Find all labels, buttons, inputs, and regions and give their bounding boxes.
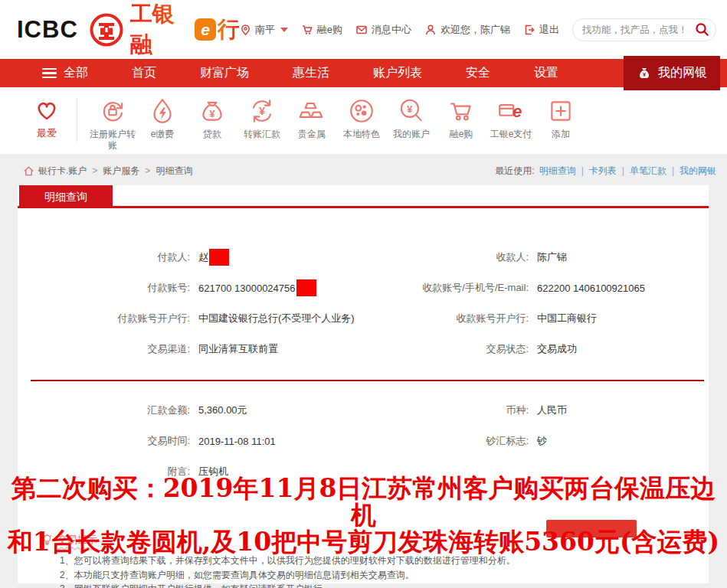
welcome-user[interactable]: 欢迎您，陈广锦 [424, 23, 510, 37]
nav-item-security[interactable]: 安全 [466, 65, 490, 81]
nav-item-settings[interactable]: 设置 [534, 65, 558, 81]
quick-item-add[interactable]: 添加 [536, 96, 585, 140]
field-label: 收款账号开户行: [370, 312, 529, 325]
nav-label: 设置 [534, 65, 558, 81]
gold-ingots-icon [297, 96, 326, 126]
loan-money-bag-icon: ¥ [198, 96, 227, 126]
icbc-logo: ICBC [17, 16, 78, 44]
payer-account: 621700 13000024756 [198, 279, 316, 296]
nav-item-all[interactable]: 全部 [42, 65, 88, 81]
nav-item-wealth[interactable]: 财富广场 [200, 65, 249, 81]
detail-row: 交易渠道:同业清算互联前置 交易状态:交易成功 [18, 334, 709, 364]
transaction-tips: 交易提示 1、您可以将查询结果下载，并保存到文本文件中，以供我行为您提供的理财软… [18, 533, 709, 588]
my-ebank-label: 我的网银 [658, 65, 707, 81]
location-pin-icon [240, 24, 251, 36]
heart-icon [33, 96, 61, 124]
brand-prefix: 工银融 [130, 0, 193, 60]
chevron-down-icon [280, 28, 288, 32]
nav-label: 惠生活 [293, 65, 329, 81]
nav-item-life[interactable]: 惠生活 [293, 65, 329, 81]
money-bag-icon: ¥ [637, 66, 652, 81]
quick-item-label: 贷款 [188, 129, 237, 140]
payer-bank: 中国建设银行总行(不受理个人业务) [198, 312, 355, 325]
tab-detail-query[interactable]: 明细查询 [19, 185, 113, 208]
quick-item-my-accounts[interactable]: ¥ 我的账户 [387, 96, 436, 140]
payee-name: 陈广锦 [537, 250, 567, 264]
recent-link-detail-query[interactable]: 明细查询 [539, 165, 576, 178]
svg-text:¥: ¥ [259, 106, 265, 117]
icbc-seal-icon [89, 12, 124, 47]
quick-item-loans[interactable]: ¥ 贷款 [188, 96, 237, 140]
logout-label: 退出 [539, 23, 559, 37]
quick-item-label: 融e购 [437, 129, 486, 140]
shopping-cart-icon [447, 96, 476, 126]
field-label: 付款人: [18, 250, 190, 264]
message-center-link[interactable]: 消息中心 [355, 23, 411, 37]
quick-item-e-mall[interactable]: 融e购 [437, 96, 486, 140]
svg-text:¥: ¥ [407, 104, 412, 115]
breadcrumb-item[interactable]: 账户服务 [90, 165, 139, 178]
field-label: 收款人: [370, 250, 529, 264]
location-selector[interactable]: 南平 [240, 23, 288, 37]
tip-item: 2、本功能只支持查询账户明细，如您需要查询具体交易的明细信息请到相关交易查询。 [60, 568, 709, 583]
obscured-red-button[interactable] [546, 520, 637, 537]
quick-item-label: 贵金属 [287, 129, 336, 140]
payer-name: 赵 [198, 249, 229, 266]
header-utilities: 南平 融e购 消息中心 欢迎您，陈广锦 退出 [240, 18, 716, 41]
add-plus-icon [546, 96, 575, 126]
e-bill-drop-icon [148, 96, 177, 126]
quick-item-transfer-remit[interactable]: ¥ 转账汇款 [237, 96, 287, 140]
quick-item-label: 转账汇款 [237, 129, 287, 140]
recent-link-card-list[interactable]: 卡列表 [576, 165, 617, 178]
search-input[interactable] [582, 24, 695, 35]
field-label: 付款账号开户行: [18, 312, 190, 325]
breadcrumb-item[interactable]: 银行卡.账户 [38, 165, 87, 178]
nav-item-accounts[interactable]: 账户列表 [373, 65, 422, 81]
detail-row: 交易时间:2019-11-08 11:01 钞汇标志:钞 [18, 426, 709, 456]
welcome-label: 欢迎您，陈广锦 [440, 23, 510, 37]
svg-text:e: e [513, 102, 522, 121]
nav-item-home[interactable]: 首页 [132, 65, 156, 81]
detail-row: 附言:压钩机 [18, 456, 709, 487]
transaction-time: 2019-11-08 11:01 [198, 436, 276, 447]
account-search-icon: ¥ [397, 96, 426, 126]
field-label: 交易时间: [18, 434, 190, 448]
redaction-box [209, 249, 229, 266]
transaction-channel: 同业清算互联前置 [198, 342, 278, 356]
transaction-details: 付款人:赵 收款人:陈广锦 付款账号:621700 13000024756 收款… [18, 208, 709, 487]
breadcrumb: 银行卡.账户账户服务明细查询 [23, 165, 192, 178]
quick-item-label: e缴费 [138, 129, 187, 140]
favorites-item[interactable]: 最爱 [23, 96, 70, 140]
quick-item-e-payment[interactable]: e 工银e支付 [486, 96, 535, 140]
svg-text:¥: ¥ [209, 109, 214, 119]
quick-item-label: 注册账户转账 [88, 129, 137, 152]
cart-icon [301, 24, 313, 36]
brand-title: 工银融 e 行 [130, 0, 240, 60]
quick-item-local-features[interactable]: 本地特色 [337, 96, 386, 140]
my-ebank-button[interactable]: ¥ 我的网银 [624, 56, 720, 90]
search-icon[interactable] [695, 22, 709, 37]
nav-label: 安全 [466, 65, 490, 81]
quick-item-epay-bills[interactable]: e缴费 [138, 96, 187, 140]
tips-title: 交易提示 [57, 533, 97, 547]
cart-link[interactable]: 融e购 [301, 23, 342, 37]
nav-label: 首页 [132, 65, 156, 81]
redaction-box [296, 279, 316, 296]
payee-account: 622200 1406100921065 [537, 283, 645, 294]
brand-e-badge: e [195, 18, 216, 41]
quick-item-precious-metals[interactable]: 贵金属 [287, 96, 336, 140]
section-divider [31, 380, 704, 381]
recent-link-single-remit[interactable]: 单笔汇款 [617, 165, 666, 178]
detail-row: 付款账号:621700 13000024756 收款账号/手机号/E-mail:… [18, 273, 709, 303]
field-label: 交易渠道: [18, 342, 190, 356]
search-box[interactable] [572, 18, 716, 41]
quick-item-label: 本地特色 [337, 129, 386, 140]
location-label: 南平 [255, 23, 275, 37]
field-label: 附言: [18, 465, 190, 479]
quick-item-register-transfer[interactable]: 注册账户转账 [88, 96, 137, 152]
tip-item: 3、网银互联账户明细由开户银行提供，如有疑问请联系开户银行。 [60, 582, 709, 588]
tab-bar: 明细查询 [18, 185, 709, 208]
breadcrumb-item[interactable]: 明细查询 [143, 165, 192, 178]
recent-link-my-ebank[interactable]: 我的网银 [666, 165, 716, 178]
logout-button[interactable]: 退出 [523, 23, 559, 37]
